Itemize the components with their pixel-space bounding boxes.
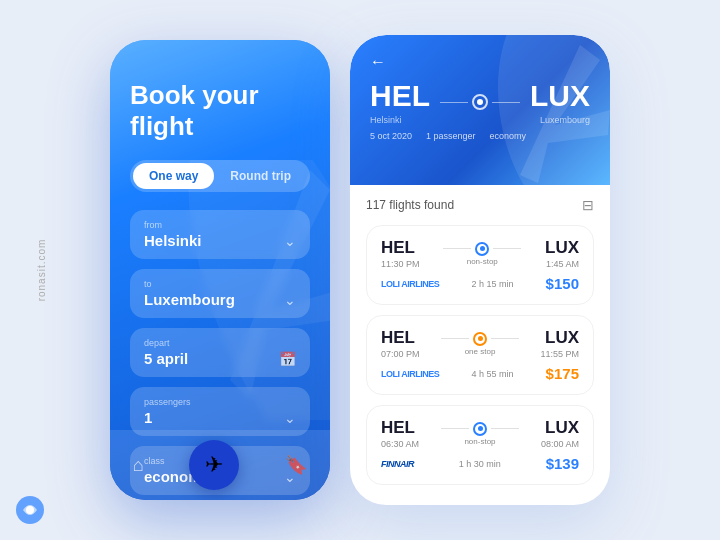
passengers-label: passengers bbox=[144, 397, 296, 407]
chevron-down-icon: ⌄ bbox=[284, 410, 296, 426]
flight-bottom-row: LOLI AIRLINES 2 h 15 min $150 bbox=[381, 275, 579, 292]
depart-field[interactable]: depart 5 april 📅 bbox=[130, 328, 310, 377]
origin-city: Helsinki bbox=[370, 115, 430, 125]
plane-icon: ✈ bbox=[205, 452, 223, 478]
calendar-icon: 📅 bbox=[279, 351, 296, 367]
flight-date: 5 oct 2020 bbox=[370, 131, 412, 141]
stop-dot-inner bbox=[478, 336, 483, 341]
stop-info: one stop bbox=[420, 332, 541, 356]
arrival-time: 1:45 AM bbox=[545, 259, 579, 269]
stop-line bbox=[493, 248, 521, 249]
origin-code: HEL bbox=[381, 238, 420, 258]
airline-logo: LOLI AIRLINES bbox=[381, 369, 439, 379]
stop-label: non-stop bbox=[467, 257, 498, 266]
origin-code: HEL bbox=[381, 328, 420, 348]
flight-bottom-row: FINNAIR 1 h 30 min $139 bbox=[381, 455, 579, 472]
page-title: Book your flight bbox=[130, 80, 310, 142]
home-nav-button[interactable]: ⌂ bbox=[133, 455, 144, 476]
arrival-time: 11:55 PM bbox=[540, 349, 579, 359]
stop-line bbox=[441, 428, 469, 429]
booking-phone: Book your flight One way Round trip from… bbox=[110, 40, 330, 500]
phones-container: Book your flight One way Round trip from… bbox=[110, 35, 610, 505]
origin-code: HEL bbox=[381, 418, 419, 438]
flight-bottom-row: LOLI AIRLINES 4 h 55 min $175 bbox=[381, 365, 579, 382]
svg-point-1 bbox=[26, 506, 34, 514]
destination-col: LUX 08:00 AM bbox=[541, 418, 579, 449]
search-flights-button[interactable]: ✈ bbox=[189, 440, 239, 490]
destination-code: LUX bbox=[541, 418, 579, 438]
stop-label: one stop bbox=[465, 347, 496, 356]
bottom-navigation: ⌂ ✈ 🔖 bbox=[110, 430, 330, 500]
watermark: ronasit.com bbox=[36, 239, 47, 302]
passengers-value: 1 bbox=[144, 409, 152, 426]
one-way-button[interactable]: One way bbox=[133, 163, 214, 189]
stop-line bbox=[491, 338, 519, 339]
destination-col: LUX 11:55 PM bbox=[540, 328, 579, 359]
results-phone: ← HEL Helsinki LUX Luxembourg bbox=[350, 35, 610, 505]
passenger-count: 1 passenger bbox=[426, 131, 476, 141]
stop-line bbox=[491, 428, 519, 429]
flight-duration: 4 h 55 min bbox=[471, 369, 513, 379]
origin-code: HEL bbox=[370, 79, 430, 113]
flight-card[interactable]: HEL 11:30 PM non-stop bbox=[366, 225, 594, 305]
origin-col: HEL 11:30 PM bbox=[381, 238, 420, 269]
flights-count: 117 flights found bbox=[366, 198, 454, 212]
chevron-down-icon: ⌄ bbox=[284, 292, 296, 308]
origin-col: HEL 07:00 PM bbox=[381, 328, 420, 359]
flight-price: $150 bbox=[546, 275, 579, 292]
stop-info: non-stop bbox=[419, 422, 541, 446]
stop-indicator bbox=[475, 242, 489, 256]
to-field[interactable]: to Luxembourg ⌄ bbox=[130, 269, 310, 318]
trip-type-toggle[interactable]: One way Round trip bbox=[130, 160, 310, 192]
departure-time: 07:00 PM bbox=[381, 349, 420, 359]
destination-code: LUX bbox=[540, 328, 579, 348]
from-field[interactable]: from Helsinki ⌄ bbox=[130, 210, 310, 259]
from-label: from bbox=[144, 220, 296, 230]
filter-icon[interactable]: ⊟ bbox=[582, 197, 594, 213]
origin-col: HEL 06:30 AM bbox=[381, 418, 419, 449]
from-value: Helsinki bbox=[144, 232, 202, 249]
depart-label: depart bbox=[144, 338, 296, 348]
flight-price: $175 bbox=[546, 365, 579, 382]
flight-duration: 2 h 15 min bbox=[471, 279, 513, 289]
stop-line bbox=[443, 248, 471, 249]
to-label: to bbox=[144, 279, 296, 289]
chevron-down-icon: ⌄ bbox=[284, 233, 296, 249]
header-plane-illustration bbox=[480, 35, 610, 185]
flight-duration: 1 h 30 min bbox=[459, 459, 501, 469]
departure-time: 11:30 PM bbox=[381, 259, 420, 269]
flight-card[interactable]: HEL 07:00 PM one stop bbox=[366, 315, 594, 395]
to-value: Luxembourg bbox=[144, 291, 235, 308]
arrival-time: 08:00 AM bbox=[541, 439, 579, 449]
destination-col: LUX 1:45 AM bbox=[545, 238, 579, 269]
flights-list: 117 flights found ⊟ HEL 11:30 PM bbox=[350, 185, 610, 505]
stop-dot-inner bbox=[480, 246, 485, 251]
results-header: ← HEL Helsinki LUX Luxembourg bbox=[350, 35, 610, 185]
depart-value: 5 april bbox=[144, 350, 188, 367]
departure-time: 06:30 AM bbox=[381, 439, 419, 449]
flight-top-row: HEL 07:00 PM one stop bbox=[381, 328, 579, 359]
round-trip-button[interactable]: Round trip bbox=[214, 163, 307, 189]
flight-card[interactable]: HEL 06:30 AM non-stop bbox=[366, 405, 594, 485]
stop-line bbox=[441, 338, 469, 339]
brand-logo bbox=[15, 495, 45, 525]
stop-info: non-stop bbox=[420, 242, 545, 266]
stop-indicator bbox=[473, 422, 487, 436]
route-line-left bbox=[440, 102, 468, 103]
airline-logo: LOLI AIRLINES bbox=[381, 279, 439, 289]
flight-price: $139 bbox=[546, 455, 579, 472]
stop-label: non-stop bbox=[464, 437, 495, 446]
flights-list-header: 117 flights found ⊟ bbox=[366, 197, 594, 213]
bookmarks-nav-button[interactable]: 🔖 bbox=[285, 454, 307, 476]
from-column: HEL Helsinki bbox=[370, 79, 430, 125]
destination-code: LUX bbox=[545, 238, 579, 258]
flight-top-row: HEL 06:30 AM non-stop bbox=[381, 418, 579, 449]
flight-top-row: HEL 11:30 PM non-stop bbox=[381, 238, 579, 269]
airline-logo: FINNAIR bbox=[381, 459, 414, 469]
stop-dot-inner bbox=[478, 426, 483, 431]
stop-indicator bbox=[473, 332, 487, 346]
